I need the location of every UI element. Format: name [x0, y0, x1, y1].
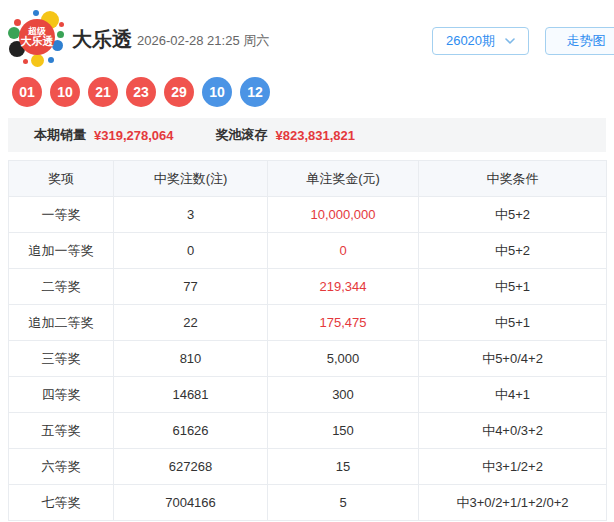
- cell-prize-level: 四等奖: [9, 377, 114, 413]
- lottery-ball-front: 10: [50, 77, 80, 107]
- logo-dot: [23, 59, 28, 64]
- chevron-down-icon: [505, 36, 515, 46]
- table-row: 追加一等奖00中5+2: [9, 233, 607, 269]
- cell-prize-level: 追加一等奖: [9, 233, 114, 269]
- super-lotto-logo: 超级 大乐透: [8, 10, 66, 68]
- cell-prize-amount: 150: [268, 413, 419, 449]
- page-header: 超级 大乐透 大乐透 2026-02-28 21:25 周六 26020期 走势…: [0, 0, 614, 72]
- cell-winner-count: 3: [114, 197, 268, 233]
- table-row: 六等奖62726815中3+1/2+2: [9, 449, 607, 485]
- header-winner-count: 中奖注数(注): [114, 161, 268, 197]
- logo-dot: [48, 57, 54, 63]
- cell-win-condition: 中5+2: [419, 233, 607, 269]
- cell-prize-amount: 0: [268, 233, 419, 269]
- logo-dot: [57, 31, 64, 38]
- lottery-ball-front: 29: [164, 77, 194, 107]
- table-row: 二等奖77219,344中5+1: [9, 269, 607, 305]
- prize-table-body: 一等奖310,000,000中5+2追加一等奖00中5+2二等奖77219,34…: [9, 197, 607, 521]
- logo-dot: [14, 19, 21, 26]
- lottery-ball-front: 23: [126, 77, 156, 107]
- lottery-ball-back: 10: [202, 77, 232, 107]
- issue-select-label: 26020期: [446, 32, 495, 50]
- cell-prize-level: 追加二等奖: [9, 305, 114, 341]
- table-row: 三等奖8105,000中5+0/4+2: [9, 341, 607, 377]
- cell-prize-level: 一等奖: [9, 197, 114, 233]
- cell-win-condition: 中3+1/2+2: [419, 449, 607, 485]
- cell-win-condition: 中5+1: [419, 305, 607, 341]
- draw-datetime: 2026-02-28 21:25 周六: [137, 32, 269, 50]
- cell-win-condition: 中4+0/3+2: [419, 413, 607, 449]
- logo-dot: [33, 10, 39, 16]
- cell-winner-count: 77: [114, 269, 268, 305]
- cell-prize-level: 三等奖: [9, 341, 114, 377]
- pool-label: 奖池滚存: [216, 126, 268, 144]
- table-row: 五等奖61626150中4+0/3+2: [9, 413, 607, 449]
- prize-table: 奖项 中奖注数(注) 单注奖金(元) 中奖条件 一等奖310,000,000中5…: [8, 160, 607, 521]
- header-win-condition: 中奖条件: [419, 161, 607, 197]
- cell-prize-amount: 219,344: [268, 269, 419, 305]
- logo-dot: [31, 54, 44, 67]
- cell-win-condition: 中5+1: [419, 269, 607, 305]
- lottery-ball-front: 01: [12, 77, 42, 107]
- logo-text-bottom: 大乐透: [21, 36, 54, 48]
- cell-prize-amount: 15: [268, 449, 419, 485]
- table-row: 七等奖70041665中3+0/2+1/1+2/0+2: [9, 485, 607, 521]
- cell-prize-level: 五等奖: [9, 413, 114, 449]
- table-row: 四等奖14681300中4+1: [9, 377, 607, 413]
- cell-winner-count: 22: [114, 305, 268, 341]
- cell-prize-amount: 10,000,000: [268, 197, 419, 233]
- cell-prize-amount: 5,000: [268, 341, 419, 377]
- cell-prize-amount: 175,475: [268, 305, 419, 341]
- summary-bar: 本期销量 ¥319,278,064 奖池滚存 ¥823,831,821: [8, 118, 606, 152]
- logo-badge: 超级 大乐透: [19, 19, 55, 55]
- table-header-row: 奖项 中奖注数(注) 单注奖金(元) 中奖条件: [9, 161, 607, 197]
- cell-win-condition: 中5+2: [419, 197, 607, 233]
- logo-dot: [59, 22, 64, 27]
- pool-value: ¥823,831,821: [276, 128, 356, 143]
- cell-winner-count: 61626: [114, 413, 268, 449]
- cell-win-condition: 中4+1: [419, 377, 607, 413]
- trend-chart-label: 走势图: [567, 32, 606, 50]
- table-row: 追加二等奖22175,475中5+1: [9, 305, 607, 341]
- sales-label: 本期销量: [34, 126, 86, 144]
- page-title: 大乐透: [72, 26, 132, 53]
- cell-winner-count: 0: [114, 233, 268, 269]
- cell-winner-count: 7004166: [114, 485, 268, 521]
- cell-prize-amount: 300: [268, 377, 419, 413]
- cell-win-condition: 中3+0/2+1/1+2/0+2: [419, 485, 607, 521]
- cell-prize-level: 六等奖: [9, 449, 114, 485]
- cell-winner-count: 627268: [114, 449, 268, 485]
- header-prize-level: 奖项: [9, 161, 114, 197]
- table-row: 一等奖310,000,000中5+2: [9, 197, 607, 233]
- cell-prize-level: 七等奖: [9, 485, 114, 521]
- cell-winner-count: 810: [114, 341, 268, 377]
- cell-winner-count: 14681: [114, 377, 268, 413]
- cell-prize-level: 二等奖: [9, 269, 114, 305]
- cell-win-condition: 中5+0/4+2: [419, 341, 607, 377]
- lottery-ball-back: 12: [240, 77, 270, 107]
- lottery-balls: 01102123291012: [12, 77, 614, 107]
- sales-value: ¥319,278,064: [94, 128, 174, 143]
- issue-select-dropdown[interactable]: 26020期: [432, 27, 529, 55]
- trend-chart-button[interactable]: 走势图: [545, 27, 614, 55]
- lottery-ball-front: 21: [88, 77, 118, 107]
- cell-prize-amount: 5: [268, 485, 419, 521]
- header-prize-amount: 单注奖金(元): [268, 161, 419, 197]
